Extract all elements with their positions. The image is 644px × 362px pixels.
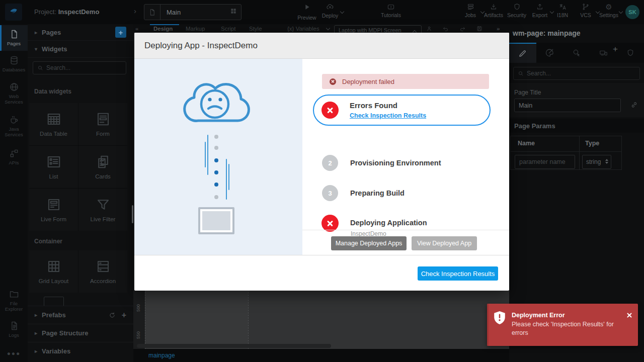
add-prefab-icon[interactable]: +	[122, 311, 126, 320]
widget-card-data-table[interactable]: Data Table	[29, 103, 78, 145]
step-errors-found[interactable]: Errors Found Check Inspection Results	[313, 95, 491, 126]
pages-section-header[interactable]: ▸ Pages +	[28, 24, 133, 41]
sidebar-item-databases[interactable]: Databases	[0, 55, 28, 73]
preview-button[interactable]: Preview	[295, 3, 318, 21]
property-search-input[interactable]	[527, 70, 622, 77]
tab-script[interactable]: Script	[221, 26, 235, 32]
active-page-label[interactable]: mainpage	[148, 352, 175, 359]
tab-style[interactable]: Style	[249, 26, 262, 32]
refresh-icon[interactable]	[109, 312, 116, 319]
page-title-label: Page Title	[514, 89, 541, 96]
deploy-button[interactable]: Deploy	[318, 3, 342, 19]
chevron-right-icon: ▸	[35, 330, 37, 336]
column-header-name: Name	[518, 140, 535, 147]
close-icon[interactable]	[626, 312, 633, 319]
add-param-button[interactable]: +	[613, 44, 618, 54]
i18n-button[interactable]: I18N	[551, 3, 574, 18]
sidebar-item-web-services[interactable]: Web Services	[0, 82, 28, 105]
page-title-input[interactable]	[514, 99, 621, 112]
param-name-input[interactable]	[515, 155, 575, 169]
horizontal-scrollbar[interactable]	[137, 344, 331, 348]
widget-card-cards[interactable]: Cards	[78, 146, 127, 188]
wavemaker-studio: Project: InspectDemo › Main Preview Depl…	[0, 0, 644, 362]
settings-button[interactable]: ⚙ Settings	[597, 3, 620, 18]
user-icon[interactable]	[426, 26, 432, 32]
page-tab-main[interactable]: Main	[144, 4, 242, 20]
export-button[interactable]: Export	[528, 3, 551, 18]
panel-scrollbar[interactable]	[132, 205, 133, 223]
widget-card-accordion[interactable]: Accordion	[78, 250, 127, 293]
step-title: Provisioning Environment	[350, 159, 441, 167]
tutorials-button[interactable]: Tutorials	[379, 3, 403, 18]
rain-line	[205, 142, 206, 167]
active-tab-indicator	[150, 24, 179, 25]
widgets-section-header[interactable]: ▾ Widgets	[28, 41, 133, 58]
group-title-data-widgets: Data widgets	[34, 88, 71, 95]
grid-view-icon[interactable]	[230, 8, 237, 17]
tab-design[interactable]: Design	[153, 26, 173, 32]
widget-card-list[interactable]: List	[29, 146, 78, 188]
undo-icon[interactable]	[442, 26, 449, 32]
translate-icon	[558, 3, 567, 11]
chevron-down-icon	[340, 10, 344, 14]
git-branch-icon	[582, 3, 590, 11]
screen-icon	[198, 207, 234, 234]
widgets-panel: ▸ Pages + ▾ Widgets Data widgets Data Ta…	[28, 24, 133, 362]
gear-icon: ⚙	[605, 3, 612, 11]
widget-card-live-filter[interactable]: Live Filter	[78, 189, 127, 231]
devices-icon	[599, 49, 608, 57]
view-deployed-app-button[interactable]: View Deployed App	[412, 236, 477, 250]
section-page-structure[interactable]: ▸ Page Structure	[28, 324, 133, 342]
collapse-left-icon[interactable]: «	[135, 26, 138, 32]
tab-markup[interactable]: Markup	[186, 26, 205, 32]
param-type-select[interactable]: string	[582, 155, 611, 169]
properties-tabs	[509, 43, 644, 63]
canvas-toolbar: « Design Markup Script Style {x} Variabl…	[133, 24, 509, 33]
bind-link-icon[interactable]	[630, 101, 638, 109]
group-title-container: Container	[34, 238, 62, 245]
variables-button[interactable]: {x} Variables	[287, 26, 319, 32]
tab-security[interactable]	[617, 43, 644, 63]
security-button[interactable]: Security	[505, 3, 528, 18]
modal-footer: Check Inspection Results	[134, 255, 509, 290]
widget-card-grid-layout[interactable]: Grid Layout	[29, 250, 78, 293]
tab-styles[interactable]	[536, 43, 564, 63]
check-inspection-results-link[interactable]: Check Inspection Results	[350, 112, 426, 119]
section-prefabs[interactable]: ▸ Prefabs +	[28, 306, 133, 324]
download-icon	[490, 3, 498, 11]
save-icon[interactable]	[476, 26, 482, 32]
user-avatar[interactable]: SK	[625, 5, 639, 19]
add-page-button[interactable]: +	[115, 27, 126, 38]
widget-card-form[interactable]: Form	[78, 103, 127, 145]
page-params-header: Page Params	[509, 119, 644, 133]
page-icon	[148, 9, 156, 16]
redo-icon[interactable]	[459, 26, 466, 32]
tab-events[interactable]	[563, 43, 590, 63]
device-selector[interactable]: Laptop with MDPI Screen	[334, 25, 422, 33]
error-circle-icon	[330, 78, 336, 85]
wavemaker-logo-icon[interactable]	[5, 4, 22, 21]
tab-properties[interactable]	[509, 43, 536, 63]
page-tab-label: Main	[167, 9, 181, 16]
artifacts-button[interactable]: Artifacts	[482, 3, 505, 18]
more-options-icon[interactable]: ●●●	[0, 350, 28, 357]
widget-search-input[interactable]	[46, 64, 117, 71]
widget-card-live-form[interactable]: Live Form	[29, 189, 78, 231]
step-title: Deploying Application	[350, 219, 427, 227]
error-x-icon	[321, 215, 339, 232]
page-params-table: Name Type string	[510, 136, 622, 170]
check-inspection-results-button[interactable]: Check Inspection Results	[418, 266, 498, 281]
section-variables[interactable]: ▸ Variables	[28, 342, 133, 360]
manage-deployed-apps-button[interactable]: Manage Deployed Apps	[331, 236, 407, 250]
sidebar-item-apis[interactable]: APIs	[0, 148, 28, 166]
sidebar-item-logs[interactable]: Logs	[0, 321, 28, 338]
sidebar-item-java-services[interactable]: Java Services	[0, 115, 28, 138]
page-params-label: Page Params	[514, 122, 555, 130]
jobs-button[interactable]: Jobs	[459, 3, 482, 18]
play-icon	[303, 3, 311, 13]
sidebar-item-pages[interactable]: Pages	[0, 25, 28, 51]
vcs-button[interactable]: VCS	[574, 3, 597, 18]
data-widgets-grid: Data Table Form List Cards Live Form Liv…	[29, 103, 127, 231]
collapse-right-icon[interactable]: »	[497, 26, 500, 32]
sidebar-item-file-explorer[interactable]: File Explorer	[0, 289, 28, 312]
